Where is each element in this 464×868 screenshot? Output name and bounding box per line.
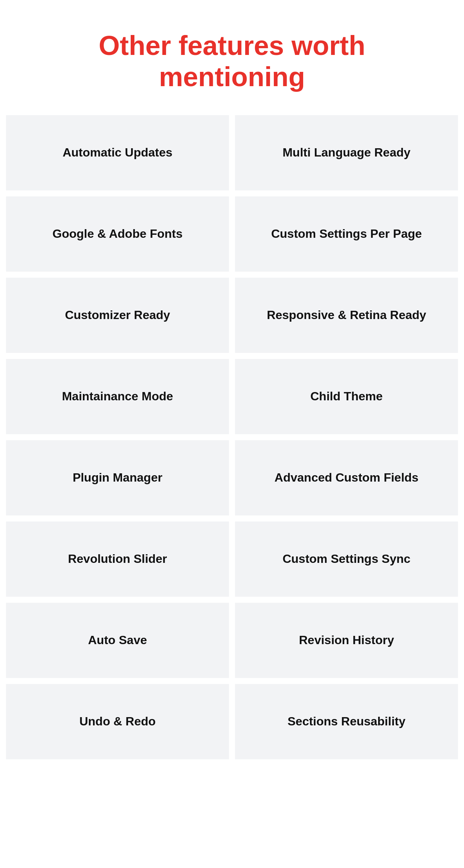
feature-label-revision-history: Revision History <box>299 632 394 648</box>
feature-card-advanced-custom-fields: Advanced Custom Fields <box>235 440 458 515</box>
feature-label-sections-reusability: Sections Reusability <box>288 714 406 730</box>
feature-card-responsive-retina-ready: Responsive & Retina Ready <box>235 278 458 353</box>
feature-card-google-adobe-fonts: Google & Adobe Fonts <box>6 196 229 272</box>
feature-label-responsive-retina-ready: Responsive & Retina Ready <box>267 307 426 323</box>
feature-card-customizer-ready: Customizer Ready <box>6 278 229 353</box>
feature-card-sections-reusability: Sections Reusability <box>235 684 458 759</box>
feature-card-plugin-manager: Plugin Manager <box>6 440 229 515</box>
feature-label-maintainance-mode: Maintainance Mode <box>62 389 173 404</box>
feature-card-custom-settings-sync: Custom Settings Sync <box>235 521 458 597</box>
feature-label-multi-language-ready: Multi Language Ready <box>282 145 411 161</box>
feature-label-google-adobe-fonts: Google & Adobe Fonts <box>52 226 182 242</box>
header-section: Other features worth mentioning <box>0 30 464 93</box>
feature-card-multi-language-ready: Multi Language Ready <box>235 115 458 190</box>
feature-card-undo-redo: Undo & Redo <box>6 684 229 759</box>
feature-card-custom-settings-per-page: Custom Settings Per Page <box>235 196 458 272</box>
feature-card-automatic-updates: Automatic Updates <box>6 115 229 190</box>
feature-card-maintainance-mode: Maintainance Mode <box>6 359 229 434</box>
features-grid: Automatic UpdatesMulti Language ReadyGoo… <box>0 115 464 759</box>
feature-label-advanced-custom-fields: Advanced Custom Fields <box>275 470 418 486</box>
feature-label-custom-settings-per-page: Custom Settings Per Page <box>271 226 422 242</box>
page-container: Other features worth mentioning Automati… <box>0 0 464 782</box>
feature-label-undo-redo: Undo & Redo <box>79 714 156 730</box>
feature-card-revision-history: Revision History <box>235 603 458 678</box>
feature-label-revolution-slider: Revolution Slider <box>68 551 167 567</box>
page-title: Other features worth mentioning <box>75 30 389 93</box>
feature-label-customizer-ready: Customizer Ready <box>65 307 170 323</box>
feature-label-child-theme: Child Theme <box>310 389 383 404</box>
feature-label-auto-save: Auto Save <box>88 632 147 648</box>
feature-card-auto-save: Auto Save <box>6 603 229 678</box>
feature-card-revolution-slider: Revolution Slider <box>6 521 229 597</box>
feature-label-automatic-updates: Automatic Updates <box>63 145 172 161</box>
feature-card-child-theme: Child Theme <box>235 359 458 434</box>
feature-label-plugin-manager: Plugin Manager <box>73 470 162 486</box>
feature-label-custom-settings-sync: Custom Settings Sync <box>282 551 411 567</box>
